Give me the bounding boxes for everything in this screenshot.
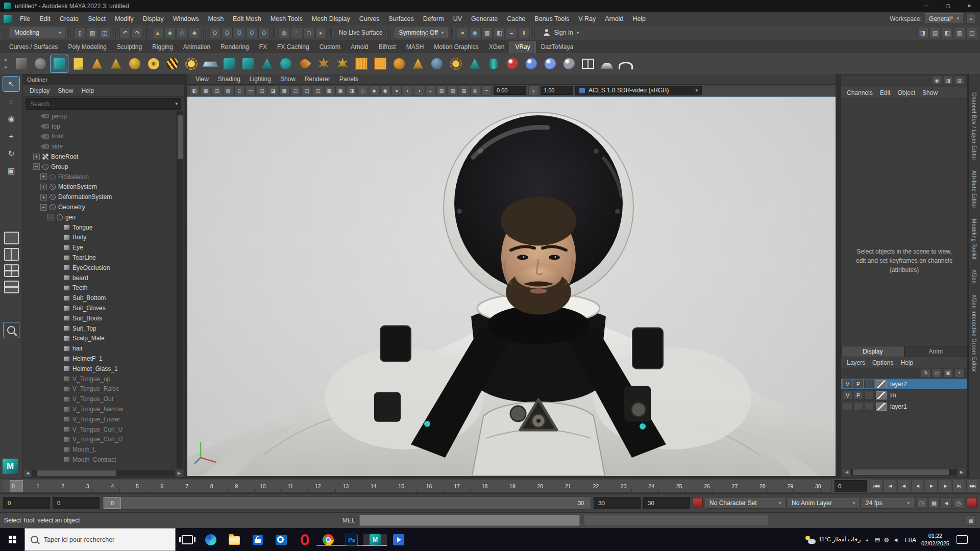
- section-grip[interactable]: [451, 28, 454, 38]
- vray-proxy-import-shelf-icon[interactable]: [239, 55, 257, 72]
- layer-display-cell[interactable]: [864, 402, 874, 411]
- goblet-shelf-icon[interactable]: [409, 55, 427, 72]
- lighting-icon[interactable]: ●: [391, 85, 402, 95]
- outliner-item[interactable]: Tongue: [24, 222, 177, 233]
- expand-toggle-icon[interactable]: +: [33, 154, 40, 160]
- snap-to-projected-center-icon[interactable]: Ω: [246, 27, 257, 38]
- layer-menu-item[interactable]: Options: [869, 359, 897, 366]
- scroll-right-icon[interactable]: ▶: [176, 470, 183, 477]
- outlook-icon[interactable]: [270, 534, 293, 546]
- outliner-item[interactable]: V_Tongue_Narrow: [24, 404, 177, 414]
- step-back-key-button[interactable]: ◀|: [897, 480, 910, 493]
- animation-end-field[interactable]: 30: [643, 497, 690, 509]
- motion-blur-icon[interactable]: ◒: [425, 85, 435, 95]
- field-chart-icon[interactable]: ▩: [324, 85, 334, 95]
- single-pane-layout-button[interactable]: [4, 232, 19, 244]
- half-sphere-shelf-icon[interactable]: [428, 55, 446, 72]
- expand-toggle-icon[interactable]: [55, 375, 61, 382]
- workspace-dropdown[interactable]: General*▾: [925, 13, 963, 24]
- expand-toggle-icon[interactable]: [55, 325, 61, 332]
- taskbar-search[interactable]: [24, 528, 176, 551]
- network-icon[interactable]: ◍: [883, 536, 891, 543]
- zoom-tool-button[interactable]: [4, 322, 19, 338]
- outliner-item[interactable]: + DeformationSystem: [24, 192, 177, 202]
- menu-item[interactable]: Curves: [355, 15, 384, 22]
- layer-visibility-toggle[interactable]: V: [843, 391, 852, 399]
- range-end-handle[interactable]: 30: [572, 497, 590, 509]
- toggle-tool-settings-icon[interactable]: ▥: [954, 27, 965, 38]
- section-grip[interactable]: [532, 28, 535, 38]
- outliner-item[interactable]: side: [24, 141, 177, 152]
- section-grip[interactable]: [273, 28, 276, 38]
- expand-toggle-icon[interactable]: [33, 143, 40, 150]
- start-button[interactable]: [0, 528, 24, 551]
- outliner-menu-item[interactable]: Display: [26, 87, 53, 94]
- scroll-left-icon[interactable]: ◀: [843, 469, 850, 475]
- toggle-xgen-icon[interactable]: ▤: [929, 27, 941, 38]
- step-back-frame-button[interactable]: |◀: [884, 480, 896, 493]
- channel-box-menu-item[interactable]: Object: [894, 89, 919, 96]
- hidden-icons-chevron[interactable]: ▴: [866, 537, 868, 542]
- opera-icon[interactable]: [293, 534, 316, 546]
- outliner-item[interactable]: V_Tongue_Out: [24, 394, 177, 404]
- menu-set-dropdown[interactable]: Modeling▾: [10, 28, 65, 38]
- shelf-tab[interactable]: Poly Modeling: [63, 41, 111, 53]
- menu-item[interactable]: Select: [83, 15, 110, 22]
- dome-light-shelf-icon[interactable]: [598, 55, 616, 72]
- action-center-icon[interactable]: [957, 535, 968, 544]
- symmetry-dropdown[interactable]: Symmetry: Off▾: [395, 28, 448, 38]
- layer-editor-tab[interactable]: Anim: [904, 346, 968, 357]
- cloth-grid-shelf-icon[interactable]: [372, 55, 389, 72]
- plant-shelf-icon[interactable]: [315, 55, 332, 72]
- range-start-handle[interactable]: 0: [104, 497, 121, 509]
- menu-item[interactable]: Arnold: [600, 15, 628, 22]
- torus-shelf-icon[interactable]: [145, 55, 162, 72]
- outliner-item[interactable]: Body: [24, 233, 177, 243]
- menu-item[interactable]: Edit: [35, 15, 55, 22]
- outliner-item[interactable]: V_Tongue_Lower: [24, 414, 177, 424]
- search-filter-caret-icon[interactable]: ▾: [175, 102, 178, 106]
- layer-display-cell[interactable]: [864, 391, 874, 399]
- render-current-frame-icon[interactable]: ●: [457, 27, 468, 38]
- gamma-icon[interactable]: γ: [528, 85, 538, 95]
- viewport-menu-item[interactable]: Lighting: [246, 76, 275, 83]
- image-plane-icon[interactable]: ▭: [246, 85, 256, 95]
- layer-menu-item[interactable]: Help: [897, 359, 917, 366]
- redo-icon[interactable]: ↷: [132, 27, 143, 38]
- outliner-item[interactable]: + BoneRoot: [24, 152, 177, 162]
- save-scene-icon[interactable]: ◫: [99, 27, 110, 38]
- layer-editor-tab[interactable]: Display: [841, 346, 904, 357]
- menu-item[interactable]: Deform: [419, 15, 449, 22]
- select-tool-icon[interactable]: ↖: [3, 77, 19, 91]
- two-pane-layout-button[interactable]: [4, 248, 19, 261]
- expand-toggle-icon[interactable]: [55, 295, 61, 302]
- playblast-icon[interactable]: ◳: [916, 497, 927, 509]
- sidebar-tab[interactable]: XGen Interactive Groom Editor: [971, 294, 977, 372]
- menu-item[interactable]: Windows: [168, 15, 204, 22]
- grease-pencil-icon[interactable]: ◪: [268, 85, 278, 95]
- outliner-horizontal-scrollbar[interactable]: ◀ ▶: [24, 470, 183, 477]
- sun-shelf-icon[interactable]: [183, 55, 200, 72]
- minimize-button[interactable]: ─: [916, 0, 937, 12]
- expand-toggle-icon[interactable]: +: [40, 194, 47, 201]
- menu-item[interactable]: Edit Mesh: [228, 15, 266, 22]
- layer-display-cell[interactable]: [864, 380, 874, 388]
- channel-box-menu-item[interactable]: Edit: [876, 89, 894, 96]
- drop-shelf-icon[interactable]: [296, 55, 313, 72]
- vray-mesh-shelf-icon[interactable]: [51, 55, 68, 72]
- pause-icon[interactable]: ‖: [518, 27, 529, 38]
- pane-layout-shelf-icon[interactable]: [579, 55, 597, 72]
- chrome-icon[interactable]: [316, 534, 340, 546]
- expand-toggle-icon[interactable]: [55, 365, 61, 372]
- expand-toggle-icon[interactable]: −: [40, 204, 47, 211]
- script-editor-icon[interactable]: ▦: [966, 515, 976, 525]
- expand-toggle-icon[interactable]: [55, 456, 61, 463]
- menu-item[interactable]: Mesh Tools: [266, 15, 307, 22]
- shelf-tab[interactable]: Custom: [314, 41, 346, 53]
- layer-row[interactable]: layer1: [841, 401, 967, 412]
- store-icon[interactable]: [246, 534, 270, 546]
- sidebar-tab[interactable]: XGen: [971, 269, 977, 284]
- shelf-tab[interactable]: VRay: [509, 41, 535, 53]
- menu-item[interactable]: Modify: [110, 15, 138, 22]
- frame-all-icon[interactable]: ◇: [358, 85, 368, 95]
